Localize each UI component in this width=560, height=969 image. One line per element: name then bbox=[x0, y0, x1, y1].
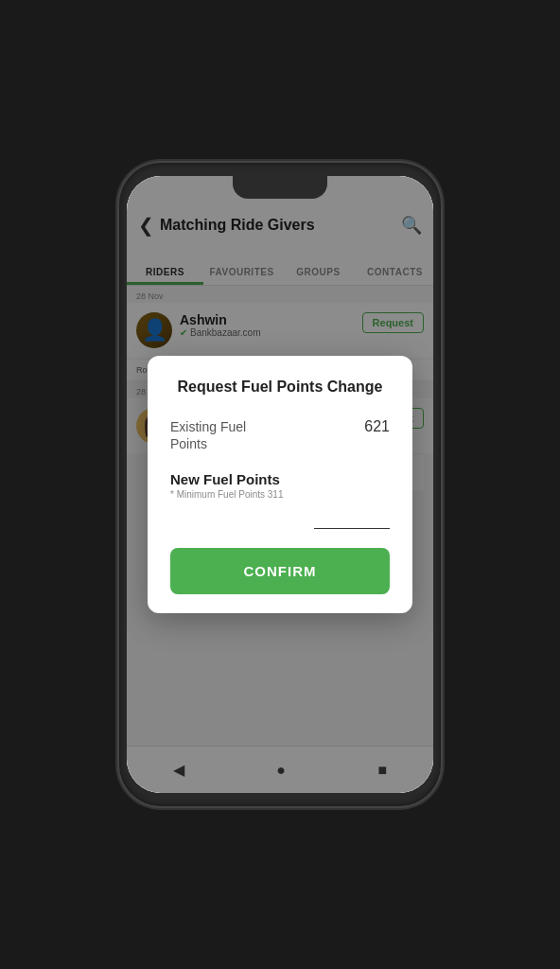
fuel-points-modal: Request Fuel Points Change Existing Fuel… bbox=[148, 356, 412, 613]
existing-fuel-value: 621 bbox=[364, 418, 390, 435]
modal-title: Request Fuel Points Change bbox=[170, 379, 390, 396]
min-fuel-note: * Minimum Fuel Points 311 bbox=[170, 489, 390, 500]
confirm-button[interactable]: CONFIRM bbox=[170, 548, 390, 594]
new-fuel-input[interactable] bbox=[314, 507, 390, 529]
existing-fuel-label: Existing FuelPoints bbox=[170, 418, 246, 452]
existing-fuel-field: Existing FuelPoints 621 bbox=[170, 418, 390, 452]
phone-screen: ❮ Matching Ride Givers 🔍 RIDERS FAVOURIT… bbox=[127, 176, 433, 793]
new-fuel-section: New Fuel Points * Minimum Fuel Points 31… bbox=[170, 471, 390, 529]
modal-overlay: Request Fuel Points Change Existing Fuel… bbox=[127, 176, 433, 793]
fuel-input-row bbox=[170, 507, 390, 529]
phone-frame: ❮ Matching Ride Givers 🔍 RIDERS FAVOURIT… bbox=[119, 163, 441, 806]
notch bbox=[233, 176, 327, 199]
new-fuel-label: New Fuel Points bbox=[170, 471, 390, 487]
